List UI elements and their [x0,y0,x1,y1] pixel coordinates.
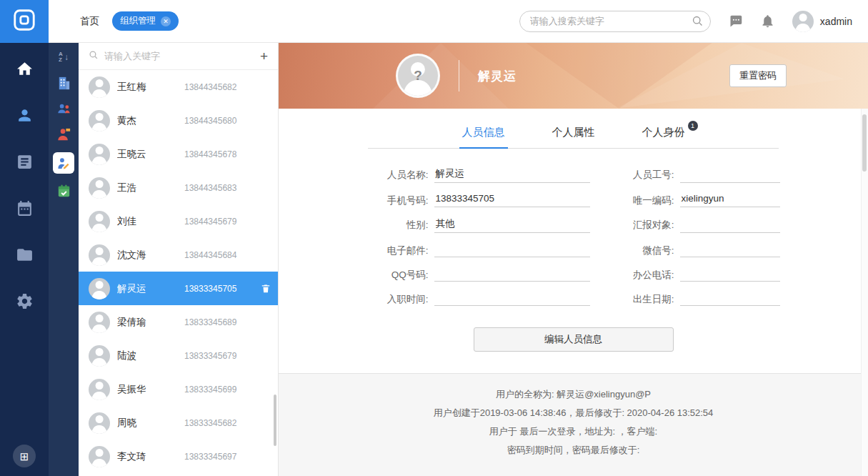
avatar [89,345,110,367]
list-item[interactable]: 梁倩瑜 13833345689 [79,305,278,339]
field-label: 出生日期: [596,292,674,306]
message-icon[interactable] [728,14,743,29]
account-meta: 用户的全称为: 解灵运@xielingyun@P 用户创建于2019-03-06… [279,373,868,476]
app-window: 首页 组织管理 ✕ [0,0,868,476]
field-label: 汇报对象: [596,217,674,233]
field-label: 微信号: [596,243,674,257]
person-edit-icon-selected[interactable] [53,152,74,174]
list-item[interactable]: 黄杰 13844345680 [79,104,278,137]
meta-line-created: 用户创建于2019-03-06 14:38:46，最后修改于: 2020-04-… [279,404,868,422]
main-layout: ⊞ AZ ↓ [0,43,868,476]
contact-phone: 13833345682 [184,418,271,428]
avatar [89,446,110,467]
user-group-icon[interactable] [56,101,72,117]
folder-icon[interactable] [16,246,34,264]
search-icon[interactable] [692,15,704,30]
avatar [89,177,110,199]
banner-divider [459,60,459,91]
field-value-unique-code: xielingyun [680,193,780,207]
user-menu[interactable]: xadmin [792,11,852,32]
field-value-wechat [680,243,780,257]
tab-org-management[interactable]: 组织管理 ✕ [112,11,179,31]
breadcrumb: 首页 组织管理 ✕ [80,11,179,31]
notification-bell-icon[interactable] [760,14,775,29]
contact-name: 刘佳 [117,215,177,228]
report-document-icon[interactable] [16,153,34,171]
field-value-gender: 其他 [434,217,590,233]
edit-person-info-button[interactable]: 编辑人员信息 [474,327,674,352]
contacts-scrollbar-thumb[interactable] [274,395,276,446]
topbar: 首页 组织管理 ✕ [0,0,868,43]
contact-name: 周晓 [117,417,177,430]
avatar [89,244,110,266]
field-label: 办公电话: [596,267,674,282]
main-sidebar: ⊞ [0,43,49,476]
secondary-sidebar: AZ ↓ [49,43,79,476]
meta-line-fullname: 用户的全称为: 解灵运@xielingyun@P [279,385,868,404]
global-search-input[interactable] [519,11,711,32]
app-logo[interactable] [0,0,49,43]
field-value-report-to [680,217,780,233]
close-tab-icon[interactable]: ✕ [161,16,171,26]
list-item[interactable]: 周晓 13833345682 [79,406,278,440]
calendar-icon[interactable] [16,199,34,217]
avatar [89,412,110,434]
field-label: QQ号码: [369,267,429,282]
field-label: 唯一编码: [596,193,674,207]
tab-person-info[interactable]: 人员信息 [459,126,508,148]
settings-gear-icon[interactable] [16,292,34,310]
contact-list: 王红梅 13844345682 黄杰 13844345680 王晓云 13844… [79,70,278,476]
content-scrollbar-thumb[interactable] [862,114,867,172]
list-item[interactable]: 吴振华 13833345699 [79,372,278,406]
tab-personal-attrs[interactable]: 个人属性 [549,126,598,148]
detail-body: 人员信息 个人属性 个人身份 1 人员名称: 解灵运 人员工号: 手机号码: 1… [279,109,868,476]
list-item[interactable]: 李文琦 13833345697 [79,440,278,473]
avatar [89,211,110,232]
contact-name: 王晓云 [117,148,177,161]
question-mark-icon: ? [398,56,438,96]
reset-password-button[interactable]: 重置密码 [729,64,787,87]
contact-name: 沈文海 [117,249,177,262]
tab-personal-identity[interactable]: 个人身份 1 [639,126,688,148]
org-users-icon[interactable] [16,106,34,124]
field-value-employee-no [680,167,780,183]
tab-personal-identity-label: 个人身份 [642,126,685,138]
contact-name: 王浩 [117,182,177,194]
schedule-icon[interactable] [56,183,72,199]
list-item[interactable]: 刘佳 13844345679 [79,204,278,238]
sort-icon[interactable]: AZ ↓ [59,51,69,63]
list-item[interactable]: 沈文海 13844345684 [79,238,278,272]
contact-name: 李文琦 [117,450,177,463]
list-item[interactable]: 陆波 13833345679 [79,339,278,372]
contact-phone: 13844345680 [184,116,271,126]
list-item[interactable]: 王浩 13844345683 [79,171,278,204]
field-value-email [434,243,590,257]
contact-phone: 13844345679 [184,217,271,227]
contact-name: 王红梅 [117,81,177,94]
apps-grid-icon[interactable]: ⊞ [13,445,36,467]
delete-contact-icon[interactable] [261,284,271,294]
contact-phone: 13844345682 [184,82,271,92]
tab-home[interactable]: 首页 [80,15,99,28]
list-item-partial [79,473,278,476]
avatar [89,379,110,400]
search-icon [89,50,99,63]
org-building-icon[interactable] [56,75,72,91]
contact-phone: 13844345684 [184,250,271,260]
list-item[interactable]: 王红梅 13844345682 [79,70,278,104]
profile-name: 解灵运 [478,68,517,84]
meta-line-password: 密码到期时间，密码最后修改于: [279,441,868,460]
person-role-icon[interactable] [56,127,72,143]
contact-phone: 13833345679 [184,351,271,361]
contact-phone: 13833345697 [184,452,271,462]
contact-search-input[interactable] [104,51,254,61]
user-avatar [792,11,814,32]
add-contact-icon[interactable]: + [260,49,268,63]
list-item[interactable]: 王晓云 13844345678 [79,137,278,171]
avatar [89,110,110,132]
contact-phone: 13833345699 [184,385,271,395]
home-icon[interactable] [16,60,34,78]
field-value-person-name: 解灵运 [434,167,590,183]
list-item-selected[interactable]: 解灵运 13833345705 [79,272,278,305]
profile-banner: ? 解灵运 重置密码 [279,43,868,109]
